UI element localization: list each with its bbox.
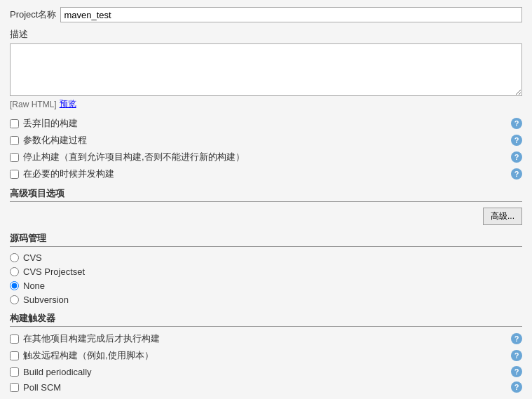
project-name-label: Project名称 xyxy=(10,8,56,21)
scm-cvs-ps-label: CVS Projectset xyxy=(23,266,85,277)
trigger-row-3: Build periodically ? xyxy=(10,366,522,377)
project-name-input[interactable] xyxy=(60,7,522,22)
checkbox-row-4: 在必要的时候并发构建 ? xyxy=(10,168,522,180)
trigger-after-other-label: 在其他项目构建完成后才执行构建 xyxy=(23,332,507,345)
trigger-remote-help-icon[interactable]: ? xyxy=(511,350,522,361)
poll-scm-checkbox[interactable] xyxy=(10,383,19,392)
poll-scm-label: Poll SCM xyxy=(23,382,507,393)
build-periodically-help-icon[interactable]: ? xyxy=(511,366,522,377)
scm-svn-row: Subversion xyxy=(10,295,522,305)
parameterize-label: 参数化构建过程 xyxy=(23,134,507,147)
parameterize-help-icon[interactable]: ? xyxy=(511,135,522,146)
trigger-row-4: Poll SCM ? xyxy=(10,381,522,393)
trigger-remote-checkbox[interactable] xyxy=(10,351,19,360)
scm-cvs-ps-row: CVS Projectset xyxy=(10,266,522,277)
scm-cvs-row: CVS xyxy=(10,252,522,263)
project-name-row: Project名称 xyxy=(10,7,522,22)
preview-link[interactable]: 预览 xyxy=(60,98,76,110)
trigger-section-header: 构建触发器 xyxy=(10,312,522,327)
parameterize-checkbox[interactable] xyxy=(10,136,19,145)
checkbox-row-3: 停止构建（直到允许项目构建,否则不能进行新的构建） ? xyxy=(10,151,522,163)
scm-cvs-radio[interactable] xyxy=(10,253,19,262)
trigger-after-other-checkbox[interactable] xyxy=(10,334,19,344)
concurrent-build-checkbox[interactable] xyxy=(10,170,19,179)
concurrent-build-help-icon[interactable]: ? xyxy=(511,168,522,180)
build-periodically-checkbox[interactable] xyxy=(10,367,19,377)
stop-build-checkbox[interactable] xyxy=(10,153,19,162)
scm-options: CVS CVS Projectset None Subversion xyxy=(10,252,522,305)
advanced-button[interactable]: 高级... xyxy=(483,208,522,225)
stop-build-label: 停止构建（直到允许项目构建,否则不能进行新的构建） xyxy=(23,151,507,163)
scm-section-header: 源码管理 xyxy=(10,232,522,247)
discard-builds-label: 丢弃旧的构建 xyxy=(23,117,507,130)
discard-builds-help-icon[interactable]: ? xyxy=(511,118,522,129)
discard-builds-checkbox[interactable] xyxy=(10,119,19,128)
poll-scm-help-icon[interactable]: ? xyxy=(511,381,522,393)
checkbox-row-1: 丢弃旧的构建 ? xyxy=(10,117,522,130)
raw-html-row: [Raw HTML] 预览 xyxy=(10,98,522,110)
description-label: 描述 xyxy=(10,28,522,41)
trigger-after-other-help-icon[interactable]: ? xyxy=(511,333,522,344)
build-periodically-label: Build periodically xyxy=(23,367,507,377)
trigger-remote-label: 触发远程构建（例如,使用脚本） xyxy=(23,349,507,362)
scm-svn-radio[interactable] xyxy=(10,295,19,304)
concurrent-build-label: 在必要的时候并发构建 xyxy=(23,168,507,180)
checkbox-row-2: 参数化构建过程 ? xyxy=(10,134,522,147)
scm-none-row: None xyxy=(10,280,522,291)
advanced-section-header: 高级项目选项 xyxy=(10,187,522,202)
scm-cvs-ps-radio[interactable] xyxy=(10,267,19,276)
trigger-row-1: 在其他项目构建完成后才执行构建 ? xyxy=(10,332,522,345)
scm-svn-label: Subversion xyxy=(23,295,69,305)
advanced-row: 高级... xyxy=(10,208,522,225)
trigger-checkboxes: 在其他项目构建完成后才执行构建 ? 触发远程构建（例如,使用脚本） ? Buil… xyxy=(10,332,522,393)
trigger-row-2: 触发远程构建（例如,使用脚本） ? xyxy=(10,349,522,362)
raw-html-label: [Raw HTML] xyxy=(10,100,57,109)
scm-none-label: None xyxy=(23,280,45,291)
main-container: Project名称 描述 [Raw HTML] 预览 丢弃旧的构建 ? 参数化构… xyxy=(0,0,532,399)
scm-none-radio[interactable] xyxy=(10,281,19,290)
stop-build-help-icon[interactable]: ? xyxy=(511,151,522,163)
scm-cvs-label: CVS xyxy=(23,252,42,263)
description-section: 描述 [Raw HTML] 预览 xyxy=(10,28,522,110)
options-checkboxes: 丢弃旧的构建 ? 参数化构建过程 ? 停止构建（直到允许项目构建,否则不能进行新… xyxy=(10,117,522,180)
description-textarea[interactable] xyxy=(10,43,522,96)
